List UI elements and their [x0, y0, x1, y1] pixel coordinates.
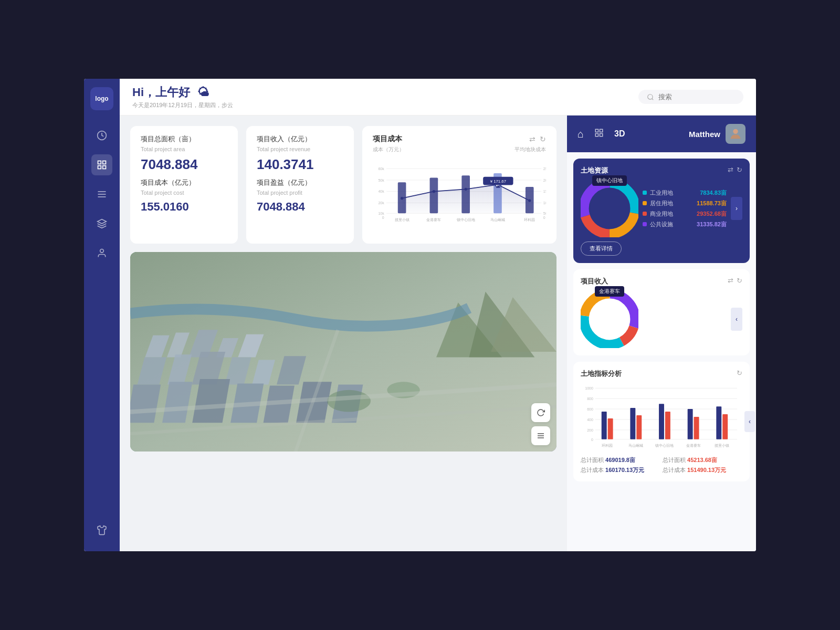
svg-text:10k: 10k — [379, 212, 385, 215]
chart-controls: ⇄ ↻ — [529, 135, 546, 143]
svg-text:200: 200 — [543, 178, 546, 182]
svg-marker-8 — [98, 219, 107, 224]
username-text: Matthew — [689, 130, 720, 139]
svg-rect-107 — [688, 409, 693, 439]
map-svg — [130, 252, 556, 452]
analysis-controls: ↻ — [737, 369, 742, 377]
svg-rect-2 — [103, 161, 106, 164]
svg-rect-108 — [694, 417, 699, 439]
svg-rect-98 — [602, 412, 607, 439]
svg-text:0: 0 — [591, 438, 593, 442]
svg-text:揽里小镇: 揽里小镇 — [715, 444, 729, 448]
svg-rect-3 — [98, 166, 101, 169]
cost-chart-card: 项目成本 ⇄ ↻ 成本（万元） 平均地块成本 — [362, 126, 556, 244]
sidebar-icon-person[interactable] — [91, 243, 112, 264]
land-stat-1: 总计面积 469019.8亩 — [581, 456, 660, 464]
svg-text:环科园: 环科园 — [524, 218, 535, 222]
avatar — [726, 124, 746, 144]
svg-text:镇中心旧地: 镇中心旧地 — [456, 218, 475, 222]
svg-text:200: 200 — [587, 428, 593, 432]
svg-text:400: 400 — [587, 418, 593, 422]
project-income-card: ⇄ ↻ 项目收入 — [573, 269, 750, 355]
swap-icon-income[interactable]: ⇄ — [728, 277, 733, 285]
search-input[interactable] — [658, 93, 732, 101]
svg-point-35 — [433, 190, 435, 193]
greeting-text: Hi，上午好 🌤 — [132, 85, 630, 100]
svg-text:金港赛车: 金港赛车 — [686, 444, 701, 448]
svg-text:环科园: 环科园 — [602, 444, 613, 447]
greeting-area: Hi，上午好 🌤 今天是2019年12月19日，星期四，步云 — [132, 85, 630, 109]
search-icon — [647, 93, 654, 101]
svg-rect-102 — [636, 415, 642, 439]
svg-text:0: 0 — [543, 216, 545, 219]
body-row: 项目总面积（亩） Total project area 7048.884 项目成… — [120, 116, 756, 551]
svg-text:20k: 20k — [379, 201, 385, 205]
svg-point-85 — [590, 300, 628, 338]
refresh-icon-income[interactable]: ↻ — [737, 277, 742, 285]
home-icon[interactable]: ⌂ — [578, 128, 584, 140]
svg-text:揽里小镇: 揽里小镇 — [395, 218, 410, 222]
view-detail-button[interactable]: 查看详情 — [581, 242, 622, 256]
swap-icon[interactable]: ⇄ — [529, 135, 536, 143]
svg-point-75 — [733, 129, 738, 134]
right-panel: ⌂ 3D Matthew — [567, 116, 756, 551]
svg-line-11 — [652, 98, 654, 100]
analysis-chevron-btn[interactable]: ‹ — [744, 411, 755, 432]
income-donut-chart — [581, 290, 638, 348]
stat-card-revenue: 项目收入（亿元） Total project revenue 140.3741 … — [246, 126, 354, 244]
logo[interactable]: logo — [90, 87, 113, 110]
land-chevron-btn[interactable]: › — [731, 197, 742, 220]
land-resource-title: 土地资源 — [581, 166, 742, 175]
svg-text:100: 100 — [543, 201, 546, 205]
svg-point-10 — [648, 94, 653, 99]
svg-text:50k: 50k — [379, 178, 385, 182]
income-controls: ⇄ ↻ — [728, 277, 742, 285]
refresh-icon-land[interactable]: ↻ — [737, 166, 742, 174]
svg-rect-99 — [608, 418, 613, 439]
land-tooltip: 镇中心旧地 — [592, 175, 627, 186]
land-analysis-chart: 1000 800 600 400 200 0 环科园 — [581, 383, 742, 451]
sidebar-icon-layers[interactable] — [91, 213, 112, 234]
right-header-icons: ⌂ 3D — [578, 128, 625, 140]
land-resource-controls: ⇄ ↻ — [728, 166, 742, 174]
svg-rect-71 — [595, 129, 598, 132]
svg-rect-110 — [716, 406, 721, 439]
map-controls — [531, 403, 550, 445]
svg-point-80 — [590, 189, 628, 227]
map-refresh-btn[interactable] — [531, 403, 550, 422]
svg-rect-111 — [722, 414, 728, 439]
svg-point-34 — [401, 197, 403, 200]
svg-text:金港赛车: 金港赛车 — [426, 218, 441, 222]
apps-icon[interactable] — [594, 128, 604, 140]
income-chevron-btn[interactable]: ‹ — [731, 308, 742, 331]
sidebar-icon-grid[interactable] — [91, 154, 112, 175]
dashboard: 项目总面积（亩） Total project area 7048.884 项目成… — [120, 116, 567, 551]
svg-rect-73 — [595, 133, 598, 136]
stats-row: 项目总面积（亩） Total project area 7048.884 项目成… — [130, 126, 556, 244]
svg-text:50: 50 — [543, 212, 546, 215]
svg-text:600: 600 — [587, 407, 593, 411]
sidebar-icon-shirt[interactable] — [91, 520, 112, 541]
land-donut-chart — [581, 180, 638, 237]
map-container[interactable] — [130, 252, 556, 452]
search-bar[interactable] — [638, 90, 743, 104]
refresh-icon[interactable]: ↻ — [540, 135, 546, 143]
sidebar-icon-list[interactable] — [91, 184, 112, 205]
svg-text:1000: 1000 — [585, 386, 593, 390]
svg-rect-104 — [659, 404, 664, 439]
map-layers-btn[interactable] — [531, 426, 550, 445]
land-analysis-card: ↻ 土地指标分析 1000 — [573, 362, 750, 481]
sidebar-icon-clock[interactable] — [91, 125, 112, 146]
svg-text:60k: 60k — [379, 167, 385, 171]
3d-label[interactable]: 3D — [614, 129, 625, 139]
weather-emoji: 🌤 — [197, 86, 209, 99]
land-resource-card: ⇄ ↻ 土地资源 — [573, 159, 750, 263]
refresh-icon-analysis[interactable]: ↻ — [737, 369, 742, 377]
land-stat-3: 总计成本 160170.13万元 — [581, 466, 660, 474]
sidebar: logo — [84, 79, 120, 551]
date-weather: 今天是2019年12月19日，星期四，步云 — [132, 101, 630, 109]
svg-text:¥ 171.67: ¥ 171.67 — [490, 179, 506, 184]
svg-point-9 — [100, 249, 104, 253]
svg-point-38 — [528, 199, 531, 202]
swap-icon-land[interactable]: ⇄ — [728, 166, 733, 174]
